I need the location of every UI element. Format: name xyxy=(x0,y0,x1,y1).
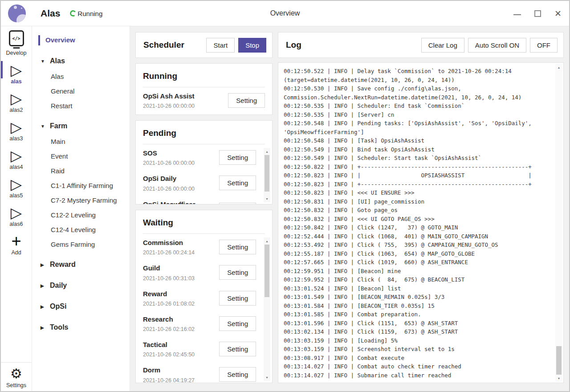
scheduler-header-card: Scheduler Start Stop xyxy=(135,32,273,58)
log-line: 00:12:50.530 | INFO | Save config ./conf… xyxy=(284,84,551,93)
scrollbar[interactable]: ▲ ▼ xyxy=(264,148,270,202)
menu-group-reward: Reward xyxy=(32,257,130,273)
setting-button[interactable]: Setting xyxy=(219,265,256,280)
sidebar-item-alas5[interactable]: alas5 xyxy=(1,173,32,201)
sidebar-item-settings[interactable]: Settings xyxy=(1,363,32,391)
task-row-opsi-meowfficer-farming: OpSi Meowfficer Farming Setting xyxy=(143,196,256,205)
sidebar-item-alas[interactable]: alas xyxy=(1,59,32,87)
app-window: Alas Running Overview ✕ Develop xyxy=(0,0,570,392)
menu-group-header[interactable]: OpSi xyxy=(32,298,130,314)
log-line: 00:12:59.951 | INFO | [Beacon] mine xyxy=(284,267,551,276)
plus-icon xyxy=(11,233,21,249)
close-button[interactable]: ✕ xyxy=(554,9,562,17)
scroll-down-icon[interactable]: ▼ xyxy=(264,374,270,380)
setting-button[interactable]: Setting xyxy=(219,291,256,306)
menu-item-event[interactable]: Event xyxy=(32,149,130,163)
menu-item-c12-4-leveling[interactable]: C12-4 Leveling xyxy=(32,222,130,237)
log-line: 00:12:50.842 | INFO | Click (1247, 37) @… xyxy=(284,223,551,232)
sidebar-item-add[interactable]: Add xyxy=(1,230,32,258)
menu-item-raid[interactable]: Raid xyxy=(32,163,130,178)
menu-item-overview[interactable]: Overview xyxy=(32,33,130,48)
scroll-up-icon[interactable]: ▲ xyxy=(555,64,562,70)
sidebar-item-alas2[interactable]: alas2 xyxy=(1,87,32,116)
log-line: 'OpsiMeowfficerFarming'] xyxy=(284,128,551,137)
log-line: 00:12:50.823 | INFO | +-----------------… xyxy=(284,180,551,189)
menu-item-c1-1-affinity-farming[interactable]: C1-1 Affinity Farming xyxy=(32,178,130,193)
menu-group-header[interactable]: Daily xyxy=(32,278,130,294)
sidebar-item-alas4[interactable]: alas4 xyxy=(1,144,32,173)
log-column: Log Clear Log Auto Scroll ON OFF 00:12:5… xyxy=(278,32,564,383)
auto-scroll-on-button[interactable]: Auto Scroll ON xyxy=(468,38,526,53)
start-button[interactable]: Start xyxy=(206,38,235,53)
instance-rail: Develop alas alas2 alas3 xyxy=(1,26,32,391)
clear-log-button[interactable]: Clear Log xyxy=(421,38,464,53)
log-line: 00:12:50.535 | INFO | [Server] cn xyxy=(284,110,551,119)
log-line: 00:12:50.549 | INFO | Scheduler: Start t… xyxy=(284,154,551,163)
log-title: Log xyxy=(286,40,421,50)
menu-group-header[interactable]: Reward xyxy=(32,257,130,273)
log-line: 00:12:55.187 | INFO | Click (1063, 654) … xyxy=(284,249,551,258)
maximize-button[interactable] xyxy=(533,9,542,17)
scrollbar-thumb[interactable] xyxy=(265,245,269,297)
setting-button[interactable]: Setting xyxy=(219,150,256,165)
log-line: 00:13:03.159 | INFO | Screenshot interva… xyxy=(284,345,551,354)
log-scrollbar[interactable]: ▲ ▼ xyxy=(555,64,562,382)
task-row-tactical: Tactical 2021-10-26 02:45:50 Setting xyxy=(143,336,256,361)
minimize-button[interactable] xyxy=(513,9,521,17)
log-view[interactable]: 00:12:50.522 | INFO | Delay task `Commis… xyxy=(278,62,564,383)
stop-button[interactable]: Stop xyxy=(238,38,266,53)
scroll-down-icon[interactable]: ▼ xyxy=(555,375,562,381)
menu-group-opsi: OpSi xyxy=(32,298,130,314)
menu-group-header[interactable]: Tools xyxy=(32,319,130,335)
setting-button[interactable]: Setting xyxy=(228,93,265,108)
app-title: Alas xyxy=(41,8,60,19)
expand-triangle-icon xyxy=(41,59,50,64)
task-card-title: Pending xyxy=(143,125,265,144)
status-label: Running xyxy=(77,10,102,17)
scroll-up-icon[interactable]: ▲ xyxy=(264,238,270,244)
menu-item-c12-2-leveling[interactable]: C12-2 Leveling xyxy=(32,208,130,222)
menu-item-gems-farming[interactable]: Gems Farming xyxy=(32,237,130,252)
task-card-title: Waiting xyxy=(143,215,265,234)
setting-button[interactable]: Setting xyxy=(219,342,256,356)
rail-spacer xyxy=(1,258,32,362)
setting-button[interactable]: Setting xyxy=(219,316,256,331)
sidebar-item-develop[interactable]: Develop xyxy=(1,29,32,59)
content: Scheduler Start Stop Running xyxy=(130,26,569,391)
auto-scroll-off-button[interactable]: OFF xyxy=(530,38,558,53)
menu-group-header[interactable]: Farm xyxy=(32,118,130,134)
app-logo-icon xyxy=(8,4,26,22)
window-controls: ✕ xyxy=(513,1,562,26)
sidebar-item-alas3[interactable]: alas3 xyxy=(1,116,32,144)
menu-groups: Alas Alas General Restart xyxy=(32,53,130,335)
setting-button[interactable]: Setting xyxy=(219,203,256,204)
menu-item-main[interactable]: Main xyxy=(32,134,130,149)
scroll-up-icon[interactable]: ▲ xyxy=(264,148,270,155)
log-header-card: Log Clear Log Auto Scroll ON OFF xyxy=(278,32,564,58)
task-row-sos: SOS 2021-10-26 00:00:00 Setting xyxy=(143,144,256,170)
scrollbar-thumb[interactable] xyxy=(265,155,269,192)
menu-item-c7-2-mystery-farming[interactable]: C7-2 Mystery Farming xyxy=(32,193,130,208)
scheduler-status: Running xyxy=(70,10,102,17)
menu-group-header[interactable]: Alas xyxy=(32,53,130,69)
menu-item-alas[interactable]: Alas xyxy=(32,69,130,84)
log-line: Commission.Scheduler.NextRun=datetime.da… xyxy=(284,93,551,102)
setting-button[interactable]: Setting xyxy=(219,176,256,190)
setting-button[interactable]: Setting xyxy=(219,367,256,382)
sidebar-item-alas6[interactable]: alas6 xyxy=(1,201,32,230)
main-area: Develop alas alas2 alas3 xyxy=(1,26,569,391)
log-line: 00:12:57.665 | INFO | Click (1019, 660) … xyxy=(284,258,551,267)
log-line: 00:13:08.917 | INFO | Combat execute xyxy=(284,354,551,363)
scrollbar[interactable]: ▲ ▼ xyxy=(264,237,270,381)
close-icon: ✕ xyxy=(554,9,562,18)
scroll-down-icon[interactable]: ▼ xyxy=(264,196,270,202)
maximize-icon xyxy=(534,10,541,17)
setting-button[interactable]: Setting xyxy=(219,240,256,254)
play-icon xyxy=(11,62,22,78)
log-line: 00:13:01.596 | INFO | Click (1151, 653) … xyxy=(284,319,551,328)
log-lines: 00:12:50.522 | INFO | Delay task `Commis… xyxy=(284,67,551,380)
menu-item-general[interactable]: General xyxy=(32,84,130,98)
scrollbar-thumb[interactable] xyxy=(556,346,562,375)
menu-item-restart[interactable]: Restart xyxy=(32,98,130,113)
log-line: 00:12:52.444 | INFO | Click (1068, 401) … xyxy=(284,232,551,241)
